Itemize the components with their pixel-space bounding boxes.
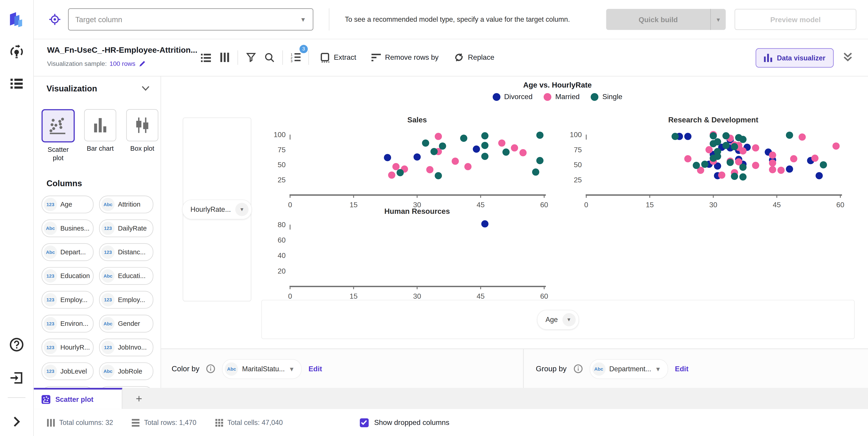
preview-model-button[interactable]: Preview model [735,9,857,30]
svg-text:25: 25 [574,176,582,184]
column-type-badge: 123 [43,341,57,354]
column-type-badge: Abc [101,365,115,378]
remove-rows-label: Remove rows by [385,53,438,62]
chart-type-scatter-plot[interactable]: Scatter plot [41,109,75,162]
column-name: JobRole [118,368,143,375]
column-pill[interactable]: Abc Busines... [41,220,94,237]
column-pill[interactable]: 123 JobSati... [41,386,94,388]
chevron-down-icon: ▼ [300,16,306,23]
quick-build-button[interactable]: Quick build ▼ [606,9,726,30]
show-dropped-columns-checkbox[interactable] [360,418,368,427]
info-icon[interactable] [206,364,216,374]
canvas-logo[interactable] [0,10,33,30]
search-button[interactable] [260,48,279,67]
group-by-edit-link[interactable]: Edit [675,365,688,373]
collapse-section-chevron-icon[interactable] [142,86,149,91]
column-pill[interactable]: Abc Depart... [41,243,94,261]
column-type-badge: 123 [43,317,57,330]
chart-type-bar-chart[interactable]: Bar chart [84,109,117,162]
group-by-column-pill[interactable]: Abc Department... ▼ [589,359,668,379]
sample-label: Visualization sample: [47,60,107,67]
column-name: Distanc... [118,248,146,256]
datasets-list-nav-icon[interactable] [0,75,33,92]
help-nav-icon[interactable] [0,337,33,353]
color-by-column-pill[interactable]: Abc MaritalStatu... ▼ [222,359,302,379]
total-columns-status: Total columns: 32 [47,418,113,426]
chart-type-box-plot[interactable]: Box plot [126,109,159,162]
column-view-button[interactable] [215,48,234,67]
svg-text:3: 3 [291,59,292,62]
column-pill[interactable]: 123 Age [41,196,94,213]
toolbar-divider [282,50,283,65]
group-by-value: Department... [609,365,651,373]
tab-scatter-plot[interactable]: Scatter plot [33,388,122,409]
column-pill[interactable]: 123 Environ... [41,315,94,332]
column-name: Gender [118,320,140,327]
color-by-group: Color by Abc MaritalStatu... ▼ Edit [172,349,322,388]
y-axis-column-pill[interactable]: HourlyRate... ▼ [182,200,252,220]
column-name: Employ... [60,296,88,303]
column-pill[interactable]: 123 Education [41,267,94,285]
legend-label: Married [555,92,580,101]
svg-text:2: 2 [291,56,292,59]
sort-count-badge: 3 [300,45,308,53]
column-pill[interactable]: 123 JobInvo... [99,339,153,356]
replace-button[interactable]: Replace [454,53,494,62]
chevron-right-icon [13,416,20,427]
chart-controls-row: Color by Abc MaritalStatu... ▼ Edit Grou… [160,348,868,388]
legend-label: Divorced [504,92,532,101]
x-axis-selector-panel: Age ▼ [261,300,855,339]
columns-panel-title: Columns [46,178,82,188]
add-visualization-tab-button[interactable]: + [122,388,156,409]
column-name: DailyRate [118,225,147,232]
column-pill[interactable]: Abc Educati... [99,267,153,285]
subplot-sales: Sales015304560255075100 [266,114,565,211]
column-pill[interactable]: 123 Distanc... [99,243,153,261]
total-rows-status: Total rows: 1,470 [132,418,196,426]
target-column-select[interactable]: Target column ▼ [68,8,313,31]
extract-button[interactable]: Extract [320,52,356,62]
color-by-edit-link[interactable]: Edit [309,365,322,373]
column-pill[interactable]: Abc Attrition [99,196,153,213]
chart-canvas: Age vs. HourlyRate Divorced Married Sing… [160,76,868,349]
chart-title: Age vs. HourlyRate [261,81,854,89]
svg-text:75: 75 [278,146,285,154]
data-visualizer-button[interactable]: Data visualizer [756,48,834,68]
bar-chart-icon [764,54,773,62]
svg-text:40: 40 [278,251,285,260]
subplot-research-development: Research & Development015304560255075100 [562,114,861,211]
extract-icon [320,52,330,62]
logout-nav-icon[interactable] [0,370,33,386]
filter-button[interactable] [241,48,260,67]
column-pill[interactable]: 123 JobLevel [41,362,94,380]
chevron-down-icon[interactable]: ▼ [562,313,576,326]
quick-build-caret-icon[interactable]: ▼ [710,9,726,30]
x-axis-column-pill[interactable]: Age ▼ [537,310,579,329]
chart-type-label: Box plot [130,145,154,153]
column-pill[interactable]: Abc Gender [99,315,153,332]
row-view-button[interactable] [196,48,215,67]
remove-rows-button[interactable]: Remove rows by [372,53,438,62]
sample-rows-link[interactable]: 100 rows [110,60,135,67]
column-pill[interactable]: 123 HourlyR... [41,339,94,356]
column-name: JobInvo... [118,344,147,351]
automl-insights-nav-icon[interactable] [0,43,33,60]
column-pill[interactable]: Abc JobRole [99,362,153,380]
collapse-double-chevron-icon[interactable] [843,52,852,64]
svg-text:1: 1 [291,53,292,56]
column-type-badge: Abc [101,269,115,283]
column-pill[interactable]: 123 Employ... [41,291,94,309]
column-pill[interactable]: 123 DailyRate [99,220,153,237]
chevron-down-icon[interactable]: ▼ [235,203,249,216]
column-type-badge: 123 [101,341,115,354]
info-icon[interactable] [573,364,583,374]
column-pill[interactable]: Abc MaritalS... [99,386,153,388]
svg-text:15: 15 [646,201,654,209]
top-bar: Target column ▼ To see a recommended mod… [33,0,868,39]
column-pill[interactable]: 123 Employ... [99,291,153,309]
sort-button[interactable]: 123 3 [286,48,305,67]
expand-panel-chevron[interactable] [0,414,33,429]
svg-text:0: 0 [288,292,292,300]
total-columns-text: Total columns: 32 [59,418,113,426]
pencil-edit-icon[interactable] [138,60,146,67]
